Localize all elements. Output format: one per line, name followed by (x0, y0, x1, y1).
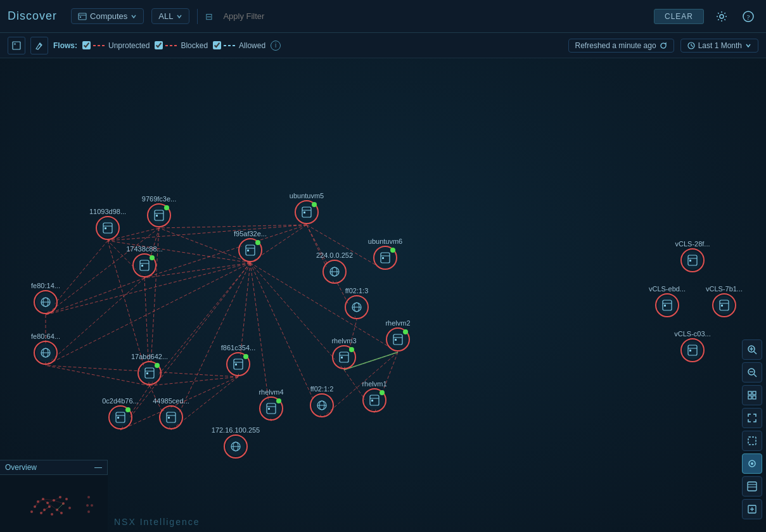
node-ff02:1:3[interactable]: ff02:1:3 (345, 287, 369, 319)
svg-rect-2 (80, 16, 81, 18)
highlight-button[interactable] (742, 453, 762, 474)
node-rhelvm1[interactable]: rhelvm1 (362, 380, 386, 412)
svg-rect-88 (105, 227, 106, 229)
unprotected-checkbox[interactable] (82, 41, 91, 49)
node-17abd642[interactable]: 17abd642... (131, 353, 168, 384)
clear-button[interactable]: CLEAR (654, 9, 704, 24)
svg-text:0c2d4b76...: 0c2d4b76... (102, 397, 139, 405)
svg-text:ff02:1:3: ff02:1:3 (345, 287, 369, 294)
svg-text:17438c88...: 17438c88... (126, 245, 163, 253)
time-filter-button[interactable]: Last 1 Month (680, 39, 758, 53)
overview-minimize-btn[interactable]: — (94, 463, 102, 472)
node-fe80:14[interactable]: fe80:14... (31, 282, 60, 314)
svg-point-135 (276, 398, 281, 403)
svg-text:224.0.0.252: 224.0.0.252 (316, 251, 353, 259)
svg-point-82 (255, 240, 260, 245)
all-selector[interactable]: ALL (151, 8, 189, 24)
node-f861c354[interactable]: f861c354... (221, 344, 255, 376)
node-172.16.100.255[interactable]: 172.16.100.255 (212, 426, 260, 458)
node-vCLS-7b1[interactable]: vCLS-7b1... (706, 285, 743, 317)
svg-rect-67 (382, 257, 384, 259)
node-f95af32e[interactable]: f95af32e... (234, 230, 267, 262)
node-ubuntuvm5[interactable]: ubuntuvm5 (290, 192, 324, 224)
svg-line-48 (46, 365, 150, 386)
filter-input[interactable] (223, 11, 646, 21)
info-icon[interactable]: i (271, 41, 281, 51)
zoom-out-button[interactable] (742, 362, 762, 383)
svg-line-260 (35, 499, 43, 507)
svg-point-75 (164, 205, 169, 210)
svg-line-217 (754, 374, 756, 377)
brand-label: NSX Intelligence (114, 517, 200, 527)
node-0c2d4b76[interactable]: 0c2d4b76... (102, 397, 139, 429)
computes-label: Computes (90, 11, 127, 21)
svg-rect-94 (141, 265, 143, 267)
svg-point-248 (87, 496, 90, 498)
computes-selector[interactable]: Computes (71, 8, 144, 24)
node-rhelvm2[interactable]: rhelvm2 (385, 319, 410, 351)
node-11093d98[interactable]: 11093d98... (89, 208, 126, 239)
map-icon-btn[interactable] (8, 37, 25, 54)
svg-point-177 (162, 408, 181, 427)
svg-point-61 (312, 202, 317, 207)
svg-line-252 (43, 499, 54, 500)
svg-line-265 (57, 504, 63, 510)
svg-line-14 (144, 225, 307, 278)
overview-header: Overview — (0, 460, 107, 475)
filter-icon: ⊟ (205, 11, 213, 22)
svg-point-148 (243, 354, 248, 359)
svg-point-250 (91, 504, 93, 507)
node-rhelvm4[interactable]: rhelvm4 (259, 388, 283, 420)
group-button[interactable] (742, 476, 762, 497)
help-icon-btn[interactable]: ? (738, 6, 758, 27)
svg-point-68 (390, 248, 395, 253)
pen-icon-btn[interactable] (30, 37, 48, 54)
node-rhelvm3[interactable]: rhelvm3 (331, 337, 356, 369)
select-box-button[interactable] (742, 431, 762, 451)
flow-unprotected[interactable]: Unprotected (82, 41, 150, 50)
group-icon (747, 481, 757, 491)
svg-rect-210 (689, 350, 691, 352)
allowed-checkbox[interactable] (213, 41, 221, 49)
svg-line-20 (144, 263, 250, 278)
svg-text:ff02:1:2: ff02:1:2 (310, 385, 334, 393)
svg-text:44985ced...: 44985ced... (153, 397, 189, 405)
fit-view-button[interactable] (742, 385, 762, 405)
node-224.0.0.252[interactable]: 224.0.0.252 (316, 251, 353, 283)
refresh-icon (660, 42, 667, 49)
settings-icon-btn[interactable] (712, 6, 732, 27)
canvas-area[interactable]: ubuntuvm5ubuntuvm69769fc3e...f95af32e...… (0, 58, 766, 532)
zoom-in-icon (747, 345, 757, 355)
svg-rect-222 (748, 396, 751, 399)
flow-blocked[interactable]: Blocked (155, 41, 208, 50)
svg-point-95 (150, 255, 155, 260)
node-ubuntuvm6[interactable]: ubuntuvm6 (368, 238, 402, 269)
zoom-in-button[interactable] (742, 339, 762, 360)
svg-text:rhelvm1: rhelvm1 (362, 380, 386, 388)
node-9769fc3e[interactable]: 9769fc3e... (142, 195, 176, 227)
svg-rect-204 (721, 305, 723, 307)
node-vCLS-ebd[interactable]: vCLS-ebd... (649, 285, 686, 317)
blocked-checkbox[interactable] (155, 41, 163, 49)
svg-line-263 (41, 507, 49, 513)
extra-button[interactable] (742, 499, 762, 519)
svg-rect-180 (168, 417, 170, 419)
node-ff02:1:2[interactable]: ff02:1:2 (310, 385, 334, 417)
extra-icon (747, 504, 757, 514)
header-divider (197, 9, 198, 24)
unprotected-label: Unprotected (108, 41, 150, 50)
node-fe80:64[interactable]: fe80:64... (31, 332, 60, 364)
flow-allowed[interactable]: Allowed (213, 41, 265, 50)
svg-rect-60 (303, 212, 305, 213)
svg-line-258 (54, 500, 63, 504)
svg-line-15 (108, 225, 307, 241)
svg-point-121 (349, 347, 354, 352)
computes-icon (78, 12, 87, 21)
clock-icon (687, 42, 695, 49)
expand-button[interactable] (742, 408, 762, 428)
svg-point-114 (403, 329, 408, 334)
node-vCLS-c03[interactable]: vCLS-c03... (674, 330, 710, 362)
node-vCLS-28f[interactable]: vCLS-28f... (675, 240, 710, 272)
refresh-button[interactable]: Refreshed a minute ago (568, 39, 674, 53)
svg-rect-127 (371, 400, 373, 402)
